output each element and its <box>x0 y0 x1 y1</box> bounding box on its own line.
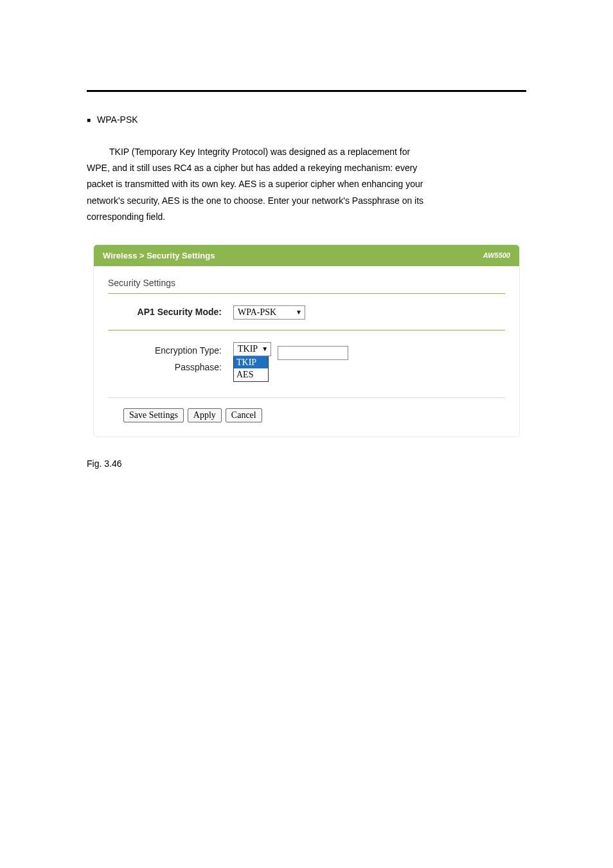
breadcrumb: Wireless > Security Settings <box>103 251 215 260</box>
figure-caption: Fig. 3.46 <box>87 457 526 471</box>
apply-button[interactable]: Apply <box>188 408 222 422</box>
fieldset-bottom-line <box>108 397 505 398</box>
encryption-options-list: TKIP AES <box>233 356 269 382</box>
encryption-type-value: TKIP <box>238 344 258 354</box>
security-fieldset: Security Settings AP1 Security Mode: WPA… <box>108 278 505 422</box>
prose-line-4: network's security, AES is the one to ch… <box>87 193 526 209</box>
model-label: AW5500 <box>483 251 510 259</box>
prose-line-1: TKIP (Temporary Key Integrity Protocol) … <box>109 144 526 160</box>
bullet-marker: ■ <box>87 116 91 123</box>
encryption-select-wrap: TKIP ▼ TKIP AES <box>233 342 271 382</box>
passphrase-label: Passphase: <box>108 359 222 375</box>
fieldset-mid-line <box>108 330 505 330</box>
encryption-type-select[interactable]: TKIP ▼ <box>233 342 271 356</box>
encryption-option-aes[interactable]: AES <box>234 368 268 381</box>
prose-line-2: WPE, and it still uses RC4 as a cipher b… <box>87 160 526 176</box>
encryption-type-label: Encryption Type: <box>108 342 222 359</box>
button-row: Save Settings Apply Cancel <box>108 408 505 422</box>
encryption-passphrase-row: Encryption Type: Passphase: TKIP ▼ TKIP … <box>108 338 505 386</box>
section-divider <box>87 90 526 92</box>
bullet-item: ■ WPA-PSK <box>87 114 526 125</box>
prose-block: TKIP (Temporary Key Integrity Protocol) … <box>87 144 526 225</box>
fieldset-legend: Security Settings <box>108 278 505 288</box>
encryption-option-tkip[interactable]: TKIP <box>234 356 268 369</box>
prose-line-3: packet is transmitted with its own key. … <box>87 176 526 192</box>
security-mode-label: AP1 Security Mode: <box>108 305 233 317</box>
security-mode-row: AP1 Security Mode: WPA-PSK ▼ <box>108 302 505 323</box>
security-mode-select[interactable]: WPA-PSK ▼ <box>233 305 305 320</box>
settings-panel: Wireless > Security Settings AW5500 Secu… <box>93 244 520 437</box>
passphrase-input[interactable] <box>278 346 348 360</box>
bullet-heading: WPA-PSK <box>97 114 138 125</box>
save-settings-button[interactable]: Save Settings <box>123 408 184 422</box>
security-mode-value: WPA-PSK <box>238 307 276 318</box>
fieldset-top-line <box>108 293 505 294</box>
chevron-down-icon: ▼ <box>296 309 302 316</box>
cancel-button[interactable]: Cancel <box>226 408 262 422</box>
chevron-down-icon: ▼ <box>262 345 268 352</box>
panel-header: Wireless > Security Settings AW5500 <box>94 245 519 266</box>
prose-line-5: corresponding field. <box>87 209 526 225</box>
panel-body: Security Settings AP1 Security Mode: WPA… <box>94 266 519 437</box>
